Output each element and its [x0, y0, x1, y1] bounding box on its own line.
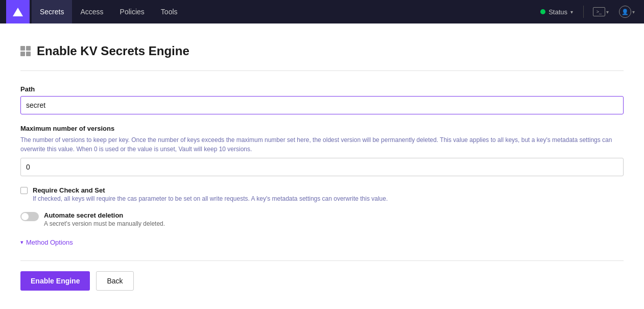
- status-button[interactable]: Status ▾: [536, 0, 577, 23]
- status-label: Status: [548, 8, 567, 16]
- path-input[interactable]: [20, 96, 624, 114]
- user-chevron-icon: ▾: [632, 9, 635, 15]
- page-title: Enable KV Secrets Engine: [37, 44, 189, 58]
- nav-tab-policies[interactable]: Policies: [112, 0, 153, 23]
- nav-tabs: Secrets Access Policies Tools: [32, 0, 536, 23]
- require-cas-checkbox-wrap: [20, 187, 28, 194]
- page-header: Enable KV Secrets Engine: [20, 44, 624, 58]
- terminal-chevron-icon: ▾: [606, 9, 609, 15]
- max-versions-form-group: Maximum number of versions The number of…: [20, 125, 624, 176]
- header-divider: [20, 70, 624, 71]
- status-indicator: [540, 9, 545, 14]
- auto-delete-row: Automate secret deletion A secret's vers…: [20, 211, 624, 227]
- require-cas-label: Require Check and Set: [33, 186, 388, 194]
- method-options-toggle[interactable]: ▾ Method Options: [20, 239, 624, 246]
- max-versions-desc: The number of versions to keep per key. …: [20, 135, 624, 154]
- max-versions-label: Maximum number of versions: [20, 125, 624, 132]
- main-content: Enable KV Secrets Engine Path Maximum nu…: [0, 23, 644, 309]
- path-form-group: Path: [20, 85, 624, 114]
- logo[interactable]: [6, 0, 30, 23]
- back-button[interactable]: Back: [96, 271, 133, 291]
- nav-divider-1: [583, 6, 584, 18]
- auto-delete-toggle[interactable]: [20, 212, 39, 221]
- nav-tab-tools[interactable]: Tools: [153, 0, 186, 23]
- action-buttons: Enable Engine Back: [20, 271, 624, 291]
- auto-delete-label-group: Automate secret deletion A secret's vers…: [44, 211, 165, 227]
- grid-icon: [20, 46, 31, 56]
- auto-delete-label: Automate secret deletion: [44, 211, 165, 219]
- require-cas-desc: If checked, all keys will require the ca…: [33, 195, 388, 202]
- max-versions-input[interactable]: [20, 158, 624, 176]
- enable-engine-button[interactable]: Enable Engine: [20, 271, 90, 291]
- nav-tab-secrets[interactable]: Secrets: [32, 0, 72, 23]
- nav-right-area: Status ▾ >_ ▾ 👤 ▾: [536, 0, 638, 23]
- method-options-label: Method Options: [26, 239, 73, 246]
- top-navigation: Secrets Access Policies Tools Status ▾ >…: [0, 0, 644, 23]
- require-cas-row: Require Check and Set If checked, all ke…: [20, 186, 624, 202]
- status-chevron-icon: ▾: [570, 9, 573, 15]
- path-label: Path: [20, 85, 624, 93]
- chevron-down-icon: ▾: [20, 239, 23, 246]
- vault-logo-icon: [13, 8, 23, 16]
- terminal-icon: >_: [593, 7, 605, 16]
- require-cas-label-group: Require Check and Set If checked, all ke…: [33, 186, 388, 202]
- footer-divider: [20, 260, 624, 261]
- auto-delete-desc: A secret's version must be manually dele…: [44, 220, 165, 227]
- require-cas-checkbox[interactable]: [20, 187, 28, 194]
- nav-tab-access[interactable]: Access: [72, 0, 111, 23]
- terminal-button[interactable]: >_ ▾: [590, 7, 612, 16]
- user-button[interactable]: 👤 ▾: [616, 6, 638, 18]
- user-icon: 👤: [619, 6, 631, 18]
